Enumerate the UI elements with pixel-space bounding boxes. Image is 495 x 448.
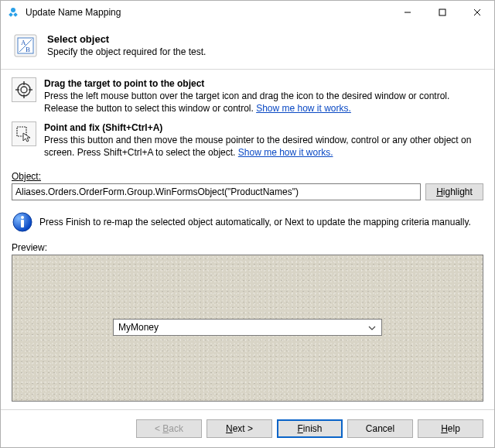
drag-target-text: Drag the target to point to the object P…	[44, 77, 483, 115]
svg-point-0	[11, 8, 15, 12]
help-button[interactable]: Help	[418, 419, 483, 438]
point-and-fix-method: Point and fix (Shift+Ctrl+A) Press this …	[12, 121, 483, 159]
cancel-button[interactable]: Cancel	[347, 419, 413, 438]
wizard-footer: < Back Next > Finish Cancel Help	[1, 409, 494, 447]
chevron-down-icon	[366, 322, 378, 333]
svg-point-12	[18, 84, 30, 96]
svg-rect-21	[21, 220, 24, 227]
point-and-fix-title: Point and fix (Shift+Ctrl+A)	[44, 122, 162, 133]
drag-target-title: Drag the target to point to the object	[44, 78, 204, 89]
finish-button[interactable]: Finish	[277, 419, 343, 438]
info-text: Press Finish to re-map the selected obje…	[39, 217, 471, 227]
window-title: Update Name Mapping	[26, 7, 390, 18]
preview-area: MyMoney	[12, 255, 483, 402]
info-icon	[12, 211, 33, 233]
point-and-fix-icon[interactable]	[12, 121, 36, 146]
wizard-title: Select object	[47, 33, 206, 45]
drag-target-desc: Press the left mouse button over the tar…	[44, 91, 449, 114]
object-label: Object:	[12, 171, 483, 182]
wizard-header-text: Select object Specify the object require…	[47, 33, 206, 57]
object-row: Highlight	[12, 183, 483, 200]
preview-label: Preview:	[12, 242, 483, 253]
app-icon	[7, 6, 19, 19]
close-button[interactable]	[459, 1, 494, 24]
svg-rect-4	[439, 9, 446, 15]
window-controls	[390, 1, 494, 24]
update-name-mapping-dialog: Update Name Mapping A B Select ob	[0, 0, 495, 448]
drag-target-icon[interactable]	[12, 77, 36, 102]
minimize-button[interactable]	[390, 1, 425, 24]
titlebar: Update Name Mapping	[1, 1, 494, 24]
svg-point-20	[21, 216, 24, 219]
wizard-subtitle: Specify the object required for the test…	[47, 46, 206, 57]
preview-dropdown-value: MyMoney	[118, 322, 366, 333]
preview-dropdown[interactable]: MyMoney	[113, 319, 382, 336]
svg-text:B: B	[26, 46, 30, 53]
point-and-fix-help-link[interactable]: Show me how it works.	[238, 147, 333, 158]
back-button[interactable]: < Back	[136, 419, 202, 438]
info-row: Press Finish to re-map the selected obje…	[12, 211, 483, 233]
svg-rect-1	[9, 12, 13, 17]
object-path-input[interactable]	[12, 183, 421, 200]
maximize-button[interactable]	[425, 1, 459, 24]
svg-point-13	[21, 87, 27, 93]
highlight-button[interactable]: Highlight	[425, 183, 483, 200]
point-and-fix-text: Point and fix (Shift+Ctrl+A) Press this …	[44, 121, 483, 159]
select-object-icon: A B	[13, 33, 38, 58]
wizard-header: A B Select object Specify the object req…	[1, 24, 494, 70]
drag-target-method: Drag the target to point to the object P…	[12, 77, 483, 115]
content-area: Drag the target to point to the object P…	[1, 70, 494, 409]
svg-rect-2	[13, 12, 18, 17]
next-button[interactable]: Next >	[207, 419, 272, 438]
drag-target-help-link[interactable]: Show me how it works.	[256, 103, 351, 114]
